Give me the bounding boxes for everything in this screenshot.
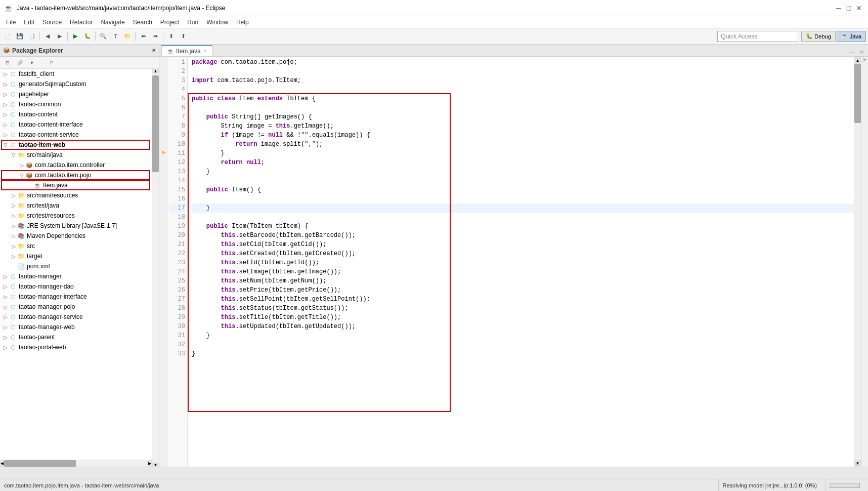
tb-next-edit[interactable]: ➡ bbox=[150, 31, 161, 42]
tree-node-generatorsqlmap[interactable]: ▷ ⬡ generatorSqlmapCustom bbox=[0, 79, 159, 89]
tree-node-taotao-content[interactable]: ▷ ⬡ taotao-content bbox=[0, 109, 159, 119]
menu-source[interactable]: Source bbox=[38, 16, 66, 28]
scroll-left-arrow[interactable]: ◀ bbox=[0, 460, 4, 467]
tb-debug[interactable]: 🐛 bbox=[82, 31, 93, 42]
tree-node-src-test-resources[interactable]: ▷ 📁 src/test/resources bbox=[0, 211, 159, 221]
tree-node-taotao-manager-interface[interactable]: ▷ ⬡ taotao-manager-interface bbox=[0, 292, 159, 302]
tree-node-controller[interactable]: ▷ 📦 com.taotao.item.controller bbox=[0, 160, 159, 170]
tree-node-taotao-content-service[interactable]: ▷ ⬡ taotao-content-service bbox=[0, 130, 159, 140]
editor-right-panel: Jᵤ bbox=[861, 57, 868, 467]
menu-file[interactable]: File bbox=[2, 16, 20, 28]
menu-refactor[interactable]: Refactor bbox=[66, 16, 97, 28]
tb-next-ann[interactable]: ⬇ bbox=[165, 31, 177, 42]
menu-edit[interactable]: Edit bbox=[20, 16, 38, 28]
tb-prev-ann[interactable]: ⬆ bbox=[178, 31, 189, 42]
menu-project[interactable]: Project bbox=[156, 16, 183, 28]
maximize-panel-button[interactable]: □ bbox=[48, 59, 56, 67]
min-editor-button[interactable]: — bbox=[849, 48, 857, 56]
panel-close-icon: ✕ bbox=[152, 48, 156, 53]
maximize-button[interactable]: □ bbox=[844, 3, 854, 13]
hscroll-thumb[interactable] bbox=[4, 460, 76, 467]
project-icon: ⬡ bbox=[9, 333, 17, 341]
menu-window[interactable]: Window bbox=[202, 16, 232, 28]
tb-open-resource[interactable]: 📁 bbox=[122, 31, 133, 42]
scroll-thumb[interactable] bbox=[152, 75, 159, 172]
hscroll-track bbox=[4, 460, 148, 467]
tree-node-taotao-manager-pojo[interactable]: ▷ ⬡ taotao-manager-pojo bbox=[0, 302, 159, 312]
close-button[interactable]: ✕ bbox=[854, 3, 864, 13]
code-editor[interactable]: ➤ 1 2 3 4 5 6 7 8 bbox=[159, 57, 868, 467]
tree-node-taotao-portal-web[interactable]: ▷ ⬡ taotao-portal-web bbox=[0, 342, 159, 352]
expand-arrow: ▽ bbox=[2, 142, 9, 148]
tb-back[interactable]: ◀ bbox=[42, 31, 53, 42]
tb-save[interactable]: 💾 bbox=[14, 31, 25, 42]
menu-search[interactable]: Search bbox=[129, 16, 156, 28]
tree-node-taotao-common[interactable]: ▷ ⬡ taotao-common bbox=[0, 99, 159, 109]
perspective-debug[interactable]: 🐛 Debug bbox=[801, 31, 835, 42]
view-menu-button[interactable]: ▼ bbox=[26, 57, 37, 68]
code-line-8: String image = this.getImage(); bbox=[192, 121, 854, 131]
tree-node-taotao-manager-service[interactable]: ▷ ⬡ taotao-manager-service bbox=[0, 312, 159, 322]
node-label: taotao-parent bbox=[19, 334, 55, 341]
link-editor-button[interactable]: 🔗 bbox=[14, 57, 25, 68]
minimize-panel-button[interactable]: — bbox=[38, 59, 47, 67]
tree-node-item-java[interactable]: ▷ ☕ Item.java bbox=[0, 180, 159, 190]
tab-item-java[interactable]: ☕ Item.java ✕ bbox=[161, 45, 212, 56]
scroll-right-arrow[interactable]: ▶ bbox=[148, 460, 152, 467]
scroll-up-arrow[interactable]: ▲ bbox=[152, 69, 159, 73]
tree-node-fastdfs[interactable]: ▷ ⬡ fastdfs_client bbox=[0, 69, 159, 79]
tb-open-type[interactable]: T bbox=[110, 31, 121, 42]
tb-save-all[interactable]: 📑 bbox=[26, 31, 37, 42]
tb-prev-edit[interactable]: ⬅ bbox=[138, 31, 149, 42]
editor-vscrollbar[interactable]: ▲ ▼ bbox=[854, 57, 861, 467]
tree-node-src-test-java[interactable]: ▷ 📁 src/test/java bbox=[0, 200, 159, 211]
tree-area[interactable]: ▷ ⬡ fastdfs_client ▷ ⬡ generatorSqlmapCu… bbox=[0, 69, 159, 352]
tree-node-pojo[interactable]: ▽ 📦 com.taotao.item.pojo bbox=[0, 170, 159, 180]
project-icon: ⬡ bbox=[9, 282, 17, 291]
vscroll-down[interactable]: ▼ bbox=[854, 460, 861, 467]
menu-help[interactable]: Help bbox=[232, 16, 253, 28]
explorer-scrollbar[interactable]: ▲ ▼ bbox=[152, 69, 159, 467]
tree-node-taotao-content-interface[interactable]: ▷ ⬡ taotao-content-interface bbox=[0, 119, 159, 130]
node-label: taotao-manager-service bbox=[19, 313, 83, 320]
tree-node-src-main-java[interactable]: ▽ 📁 src/main/java bbox=[0, 150, 159, 160]
code-line-6 bbox=[192, 103, 854, 112]
code-content[interactable]: package com.taotao.item.pojo; import com… bbox=[188, 57, 854, 467]
max-editor-button[interactable]: □ bbox=[858, 48, 866, 56]
progress-container bbox=[825, 479, 864, 492]
tree-node-taotao-manager[interactable]: ▷ ⬡ taotao-manager bbox=[0, 271, 159, 281]
scroll-track bbox=[152, 75, 159, 461]
minimize-button[interactable]: ─ bbox=[834, 3, 844, 13]
tree-node-jre[interactable]: ▷ 📚 JRE System Library [JavaSE-1.7] bbox=[0, 221, 159, 231]
tb-search[interactable]: 🔍 bbox=[98, 31, 109, 42]
perspective-java[interactable]: ☕ Java bbox=[837, 31, 866, 42]
tree-node-src[interactable]: ▷ 📁 src bbox=[0, 241, 159, 251]
node-label: com.taotao.item.pojo bbox=[35, 172, 91, 179]
quick-access-input[interactable]: Quick Access bbox=[717, 31, 798, 42]
gutter-line-10 bbox=[159, 93, 167, 102]
tree-node-target[interactable]: ▷ 📁 target bbox=[0, 251, 159, 261]
tree-node-maven[interactable]: ▷ 📚 Maven Dependencies bbox=[0, 231, 159, 241]
vscroll-up[interactable]: ▲ bbox=[854, 57, 861, 64]
tree-node-taotao-parent[interactable]: ▷ ⬡ taotao-parent bbox=[0, 332, 159, 342]
tb-new[interactable]: 📄 bbox=[2, 31, 13, 42]
tree-node-taotao-manager-dao[interactable]: ▷ ⬡ taotao-manager-dao bbox=[0, 281, 159, 292]
vscroll-thumb[interactable] bbox=[854, 64, 861, 123]
tree-node-src-main-resources[interactable]: ▷ 📁 src/main/resources bbox=[0, 190, 159, 200]
tree-node-taotao-manager-web[interactable]: ▷ ⬡ taotao-manager-web bbox=[0, 322, 159, 332]
tb-sep5 bbox=[163, 32, 163, 41]
collapse-all-button[interactable]: ⊟ bbox=[2, 57, 13, 68]
menu-navigate[interactable]: Navigate bbox=[97, 16, 128, 28]
status-bar: com.taotao.item.pojo.Item.java - taotao-… bbox=[0, 479, 868, 491]
code-line-29: this.setTitle(tbItem.getTitle()); bbox=[192, 313, 854, 322]
gutter-line-14 bbox=[159, 175, 167, 184]
tree-node-pom[interactable]: ▷ 📄 pom.xml bbox=[0, 261, 159, 271]
tb-forward[interactable]: ▶ bbox=[54, 31, 65, 42]
gutter-line-10 bbox=[159, 139, 167, 148]
tree-node-pagehelper[interactable]: ▷ ⬡ pagehelper bbox=[0, 89, 159, 99]
menu-run[interactable]: Run bbox=[183, 16, 202, 28]
explorer-hscrollbar[interactable]: ◀ ▶ bbox=[0, 460, 152, 467]
scroll-down-arrow[interactable]: ▼ bbox=[152, 463, 159, 467]
tb-run[interactable]: ▶ bbox=[70, 31, 81, 42]
tree-node-taotao-item-web[interactable]: ▽ ⬡ taotao-item-web bbox=[0, 140, 159, 150]
